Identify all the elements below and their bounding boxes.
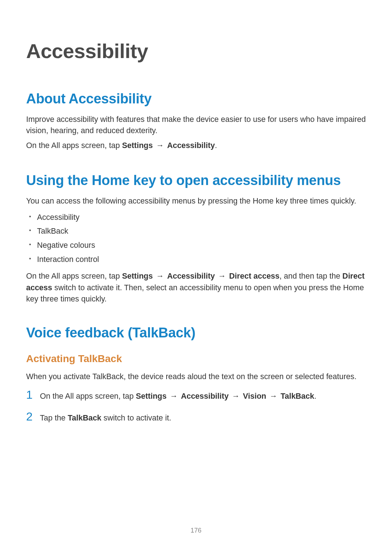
- arrow-icon: →: [229, 392, 243, 401]
- text: switch to activate it. Then, select an a…: [26, 283, 364, 303]
- text: On the All apps screen, tap: [26, 272, 122, 280]
- text: On the All apps screen, tap: [40, 392, 136, 401]
- step-1: 1 On the All apps screen, tap Settings →…: [26, 389, 366, 402]
- bold-talkback: TalkBack: [68, 414, 102, 422]
- bold-vision: Vision: [243, 392, 266, 401]
- bold-accessibility: Accessibility: [167, 272, 215, 280]
- about-paragraph-1: Improve accessibility with features that…: [26, 114, 366, 136]
- arrow-icon: →: [266, 392, 280, 401]
- voice-paragraph-1: When you activate TalkBack, the device r…: [26, 371, 366, 382]
- list-item: Negative colours: [37, 238, 366, 253]
- bold-settings: Settings: [122, 272, 153, 280]
- steps-list: 1 On the All apps screen, tap Settings →…: [26, 389, 366, 424]
- bold-talkback: TalkBack: [281, 392, 314, 401]
- list-item: Interaction control: [37, 253, 366, 267]
- arrow-icon: →: [167, 392, 181, 401]
- section-homekey: Using the Home key to open accessibility…: [26, 173, 366, 305]
- text: , and then tap the: [279, 272, 342, 280]
- text: .: [215, 141, 217, 150]
- homekey-bullet-list: Accessibility TalkBack Negative colours …: [26, 210, 366, 267]
- text: Tap the: [40, 414, 68, 422]
- list-item: TalkBack: [37, 224, 366, 238]
- step-number: 2: [26, 411, 40, 422]
- step-2: 2 Tap the TalkBack switch to activate it…: [26, 411, 366, 424]
- section-about: About Accessibility Improve accessibilit…: [26, 91, 366, 152]
- text: switch to activate it.: [101, 414, 171, 422]
- homekey-paragraph-1: You can access the following accessibili…: [26, 196, 366, 207]
- about-paragraph-2: On the All apps screen, tap Settings → A…: [26, 140, 366, 151]
- subheading-activating-talkback: Activating TalkBack: [26, 353, 366, 365]
- heading-voice-feedback: Voice feedback (TalkBack): [26, 325, 366, 341]
- bold-accessibility: Accessibility: [167, 141, 215, 150]
- heading-homekey: Using the Home key to open accessibility…: [26, 173, 366, 188]
- heading-about: About Accessibility: [26, 91, 366, 107]
- list-item: Accessibility: [37, 210, 366, 225]
- arrow-icon: →: [153, 272, 167, 280]
- step-text: On the All apps screen, tap Settings → A…: [40, 391, 317, 402]
- step-text: Tap the TalkBack switch to activate it.: [40, 413, 171, 424]
- page-number: 176: [0, 527, 392, 534]
- step-number: 1: [26, 389, 40, 401]
- text: On the All apps screen, tap: [26, 141, 122, 150]
- bold-settings: Settings: [136, 392, 167, 401]
- section-voice-feedback: Voice feedback (TalkBack) Activating Tal…: [26, 325, 366, 424]
- arrow-icon: →: [153, 141, 167, 150]
- document-page: Accessibility About Accessibility Improv…: [0, 0, 392, 424]
- homekey-paragraph-2: On the All apps screen, tap Settings → A…: [26, 271, 366, 305]
- text: .: [314, 392, 317, 401]
- page-title: Accessibility: [26, 39, 366, 63]
- bold-accessibility: Accessibility: [181, 392, 228, 401]
- arrow-icon: →: [215, 272, 229, 280]
- bold-settings: Settings: [122, 141, 153, 150]
- bold-direct-access: Direct access: [229, 272, 279, 280]
